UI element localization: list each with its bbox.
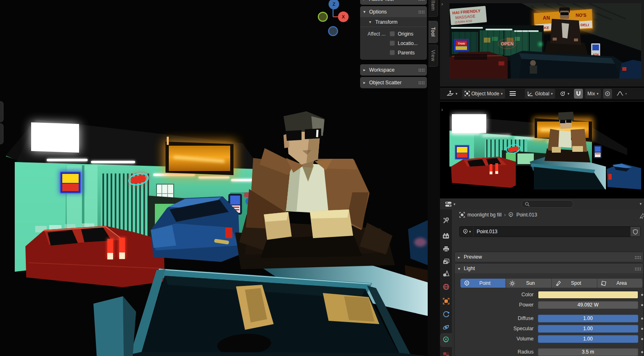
- sidebar-tab-strip: Item Tool View: [428, 0, 440, 356]
- properties-editor: ▾ ▾: [440, 198, 644, 356]
- chevron-down-icon: ▾: [551, 92, 553, 96]
- grip-icon[interactable]: [418, 0, 424, 1]
- tab-object[interactable]: [440, 295, 452, 307]
- locations-checkbox[interactable]: [390, 41, 395, 46]
- pivot-point-dropdown[interactable]: ▾: [557, 89, 572, 99]
- world-icon: [443, 284, 449, 290]
- parents-label: Parents: [398, 50, 415, 56]
- editor-type-button[interactable]: ▾: [444, 89, 460, 99]
- properties-icon: [445, 201, 452, 207]
- panel-light-label: Light: [464, 266, 635, 271]
- grip-icon[interactable]: [635, 267, 641, 270]
- animate-dot[interactable]: [641, 318, 643, 320]
- animate-dot[interactable]: [641, 328, 643, 330]
- radius-label: Radius: [455, 349, 538, 355]
- breadcrumb-data-name[interactable]: Point.013: [516, 212, 537, 218]
- chevron-down-icon: ▾: [469, 230, 471, 234]
- specular-slider[interactable]: 1.00: [538, 325, 639, 333]
- white-sign: [31, 122, 79, 153]
- animate-dot[interactable]: [641, 351, 643, 353]
- power-field[interactable]: 49.092 W: [538, 301, 639, 309]
- animate-dot[interactable]: [641, 338, 643, 340]
- tab-texture[interactable]: [440, 349, 452, 356]
- point-light-breadcrumb-icon: [508, 212, 514, 218]
- parents-checkbox[interactable]: [390, 50, 395, 55]
- pin-icon[interactable]: [639, 213, 644, 219]
- panel-light-header[interactable]: ▾Light: [455, 264, 643, 273]
- panel-preview[interactable]: ▸Preview: [455, 252, 643, 262]
- sidebar-tab-view[interactable]: View: [429, 45, 438, 67]
- radius-field[interactable]: 3.5 m: [538, 348, 639, 356]
- chevron-down-icon[interactable]: ▾: [639, 202, 642, 206]
- subpanel-transform-header[interactable]: ▾Transform: [360, 17, 427, 27]
- properties-tab-column: [440, 210, 452, 356]
- panel-options-header[interactable]: ▾Options: [360, 6, 427, 17]
- data-name-field[interactable]: ▾ Point.013: [459, 226, 641, 237]
- orange-sign: [164, 137, 236, 177]
- data-name-value[interactable]: Point.013: [474, 229, 630, 234]
- light-type-mini-dropdown[interactable]: ▾: [460, 227, 474, 237]
- tab-world[interactable]: [440, 281, 452, 293]
- expand-panel-arrow[interactable]: ›: [441, 108, 443, 112]
- panel-options-label: Options: [369, 9, 418, 15]
- object-mode-icon: [465, 91, 470, 96]
- tab-object-data[interactable]: [440, 333, 452, 347]
- tab-tool[interactable]: [440, 214, 452, 227]
- tab-view-layer[interactable]: [440, 255, 452, 268]
- panel-options: ▾Options ▾Transform Affect ... Origins L…: [360, 6, 427, 60]
- reference-photo: HAI FRIENDLY MASSAGE (13)394-4210 AN NO'…: [449, 3, 641, 79]
- tab-physics[interactable]: [440, 321, 452, 333]
- panel-object-scatter[interactable]: ▸Object Scatter: [360, 77, 427, 88]
- grip-icon[interactable]: [418, 10, 424, 14]
- breadcrumb-object-name[interactable]: moonlight bg fill: [467, 212, 501, 218]
- sidebar-tab-tool[interactable]: Tool: [429, 21, 438, 43]
- view-layer-icon: [443, 259, 449, 265]
- tab-scene[interactable]: [440, 268, 452, 280]
- tab-constraints[interactable]: [440, 308, 452, 320]
- proportional-falloff-dropdown[interactable]: ▾: [614, 89, 630, 99]
- chevron-down-icon: ▾: [597, 92, 599, 96]
- proportional-editing-toggle[interactable]: [603, 89, 612, 99]
- grip-icon[interactable]: [635, 255, 641, 259]
- sidebar-tab-item[interactable]: Item: [429, 0, 438, 17]
- tool-icon: [442, 217, 449, 224]
- snap-toggle[interactable]: [574, 89, 583, 99]
- preview-blue-sign: [594, 145, 602, 158]
- panel-active-tool[interactable]: ▸Active Tool: [360, 0, 427, 5]
- proportional-edit-icon: [605, 91, 610, 97]
- fake-user-button[interactable]: [630, 227, 640, 237]
- falloff-label: Mix: [587, 91, 595, 97]
- transform-orientation-dropdown[interactable]: Global ▾: [525, 89, 555, 99]
- diffuse-slider[interactable]: 1.00: [538, 315, 639, 322]
- mode-dropdown[interactable]: Object Mode ▾: [462, 89, 506, 99]
- light-color-swatch[interactable]: [538, 291, 639, 299]
- gizmo-z-label: Z: [333, 2, 336, 7]
- panel-workspace-label: Workspace: [369, 67, 418, 73]
- animate-dot[interactable]: [641, 294, 643, 296]
- origins-checkbox[interactable]: [390, 31, 395, 36]
- properties-search-input[interactable]: [522, 200, 574, 208]
- snap-with-dropdown[interactable]: Mix ▾: [585, 89, 601, 99]
- light-type-spot[interactable]: Spot: [552, 279, 597, 288]
- point-light-type-icon: [464, 280, 470, 286]
- light-type-point[interactable]: Point: [460, 279, 506, 288]
- reference-image-editor[interactable]: › HAI FRIENDLY MASSAGE (13)394-4210: [440, 0, 644, 86]
- expand-panel-arrow[interactable]: ›: [441, 2, 443, 6]
- origins-label: Origins: [398, 31, 413, 37]
- light-type-sun[interactable]: Sun: [506, 279, 551, 288]
- tab-render[interactable]: [440, 230, 452, 242]
- properties-editor-type-button[interactable]: ▾: [442, 199, 458, 209]
- viewport-menus-button[interactable]: [507, 89, 518, 99]
- animate-dot[interactable]: [641, 304, 643, 306]
- panel-workspace[interactable]: ▸Workspace: [360, 64, 427, 76]
- tab-output[interactable]: [440, 243, 452, 255]
- camera-preview-viewport[interactable]: ›: [440, 102, 644, 198]
- volume-label: Volume: [455, 336, 538, 342]
- chevron-down-icon: ▾: [454, 202, 456, 206]
- specular-row: Specular 1.00: [455, 324, 643, 333]
- grip-icon[interactable]: [418, 68, 424, 72]
- thai-sign: [59, 170, 83, 194]
- volume-slider[interactable]: 1.00: [538, 335, 639, 343]
- light-type-area[interactable]: Area: [597, 279, 642, 288]
- grip-icon[interactable]: [418, 81, 424, 84]
